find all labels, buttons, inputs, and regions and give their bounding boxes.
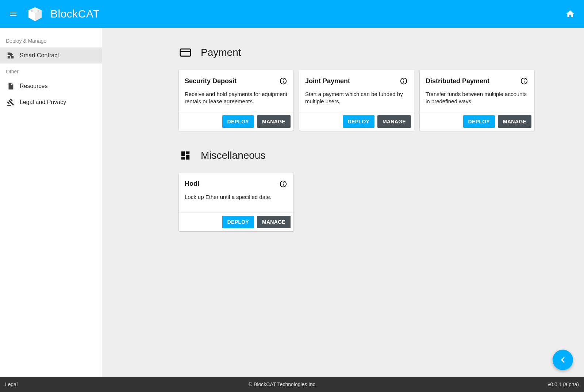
info-icon	[520, 77, 528, 85]
credit-card-icon	[179, 46, 192, 59]
card-title: Joint Payment	[305, 77, 350, 85]
footer: Legal © BlockCAT Technologies Inc. v0.0.…	[0, 377, 584, 392]
card-description: Start a payment which can be funded by m…	[305, 91, 408, 105]
deploy-button[interactable]: DEPLOY	[343, 115, 374, 128]
info-icon	[400, 77, 408, 85]
info-icon	[279, 77, 287, 85]
main-content: Payment Security Deposit Receive and hol…	[102, 28, 584, 377]
card-title: Security Deposit	[185, 77, 237, 85]
sidebar-group-label: Deploy & Manage	[0, 33, 102, 47]
svg-point-18	[283, 182, 284, 182]
section-header-payment: Payment	[179, 46, 569, 59]
chevron-left-icon	[558, 356, 567, 364]
contract-card-distributed-payment: Distributed Payment Transfer funds betwe…	[420, 70, 534, 131]
info-button[interactable]	[399, 77, 408, 85]
manage-button[interactable]: MANAGE	[377, 115, 411, 128]
home-icon	[565, 9, 575, 19]
dashboard-icon	[179, 149, 192, 162]
menu-button[interactable]	[7, 7, 20, 20]
card-description: Transfer funds between multiple accounts…	[426, 91, 529, 105]
sidebar-item-smart-contract[interactable]: Smart Contract	[0, 47, 102, 64]
deploy-button[interactable]: DEPLOY	[463, 115, 495, 128]
section-title: Payment	[201, 47, 241, 58]
collapse-fab[interactable]	[553, 350, 573, 370]
info-button[interactable]	[520, 77, 529, 85]
manage-button[interactable]: MANAGE	[257, 216, 291, 228]
manage-button[interactable]: MANAGE	[498, 115, 531, 128]
footer-copyright: © BlockCAT Technologies Inc.	[18, 381, 548, 387]
card-description: Receive and hold payments for equipment …	[185, 91, 288, 105]
hamburger-icon	[9, 9, 18, 18]
app-title: BlockCAT	[50, 8, 100, 20]
app-header: BlockCAT	[0, 0, 584, 28]
manage-button[interactable]: MANAGE	[257, 115, 291, 128]
info-button[interactable]	[279, 180, 288, 188]
svg-rect-5	[180, 49, 191, 56]
contract-card-hodl: Hodl Lock up Ether until a specified dat…	[179, 173, 293, 231]
gavel-icon	[6, 97, 15, 107]
card-title: Hodl	[185, 180, 199, 188]
sidebar-group-label: Other	[0, 64, 102, 78]
contract-card-joint-payment: Joint Payment Start a payment which can …	[299, 70, 414, 131]
sidebar-item-label: Smart Contract	[20, 52, 59, 59]
contract-card-security-deposit: Security Deposit Receive and hold paymen…	[179, 70, 293, 131]
deploy-button[interactable]: DEPLOY	[222, 115, 254, 128]
sidebar-item-label: Legal and Privacy	[20, 99, 66, 105]
sidebar-item-resources[interactable]: Resources	[0, 78, 102, 94]
section-header-miscellaneous: Miscellaneous	[179, 149, 569, 162]
info-icon	[279, 180, 287, 188]
svg-point-15	[524, 79, 525, 80]
blockcat-logo-icon	[27, 6, 43, 22]
info-button[interactable]	[279, 77, 288, 85]
footer-legal-link[interactable]: Legal	[5, 381, 18, 387]
card-title: Distributed Payment	[426, 77, 489, 85]
deploy-button[interactable]: DEPLOY	[222, 216, 254, 228]
footer-version: v0.0.1 (alpha)	[548, 381, 579, 387]
document-icon	[6, 81, 15, 91]
section-title: Miscellaneous	[201, 150, 265, 161]
svg-point-9	[283, 79, 284, 80]
svg-point-12	[403, 79, 404, 80]
card-description: Lock up Ether until a specified date.	[185, 193, 288, 201]
sidebar-item-label: Resources	[20, 83, 47, 89]
sidebar: Deploy & Manage Smart Contract Other Res…	[0, 28, 102, 377]
home-button[interactable]	[563, 7, 577, 21]
app-logo	[26, 5, 44, 23]
sidebar-item-legal-privacy[interactable]: Legal and Privacy	[0, 94, 102, 110]
widgets-icon	[6, 51, 15, 60]
